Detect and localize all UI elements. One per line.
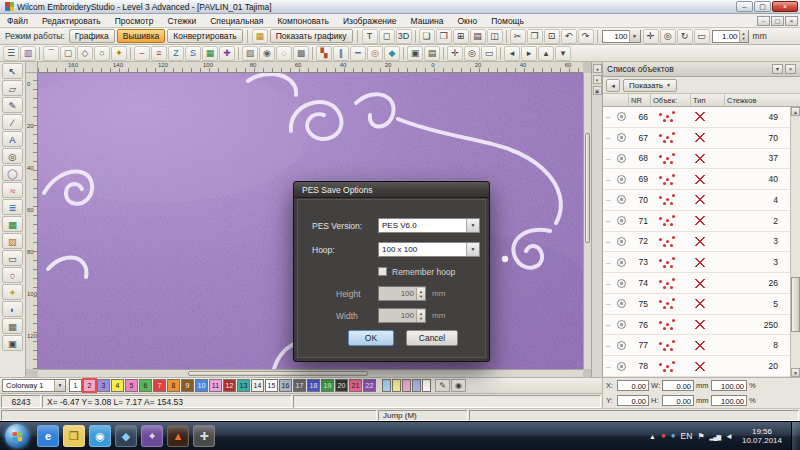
- object-row[interactable]: –6649: [603, 107, 790, 128]
- x-value-field[interactable]: 0.00: [617, 380, 649, 391]
- color-swatch-17[interactable]: 17: [293, 379, 306, 392]
- hidden-icons-arrow[interactable]: ▲: [649, 433, 656, 440]
- dialog-title-bar[interactable]: PES Save Options: [294, 182, 489, 198]
- print-preview-icon[interactable]: ◫: [487, 29, 503, 44]
- scale-w-field[interactable]: 100.00: [711, 380, 747, 391]
- color-swatch-7[interactable]: 7: [153, 379, 166, 392]
- color-swatch-10[interactable]: 10: [195, 379, 208, 392]
- motif-fill-tool-icon[interactable]: ▨: [2, 233, 23, 249]
- scrollbar-thumb[interactable]: [585, 133, 590, 243]
- horizontal-scrollbar[interactable]: [38, 369, 583, 377]
- run-stitch-icon[interactable]: –: [134, 46, 150, 61]
- volume-icon[interactable]: ◄: [725, 432, 733, 441]
- action-center-icon[interactable]: ⚑: [697, 432, 704, 441]
- applique-icon[interactable]: ▚: [316, 46, 332, 61]
- menu-Окно[interactable]: Окно: [450, 15, 484, 27]
- fusion-fill-icon[interactable]: ▧: [242, 46, 258, 61]
- menu-Редактировать[interactable]: Редактировать: [35, 15, 108, 27]
- program-split-icon[interactable]: ▩: [293, 46, 309, 61]
- circle-tool-icon[interactable]: ○: [2, 267, 23, 283]
- hoop-select[interactable]: 100 x 100 ▼: [378, 242, 480, 257]
- show-filter-button[interactable]: Показать ▼: [623, 79, 677, 92]
- grid-tool-icon[interactable]: ▦: [2, 318, 23, 334]
- column-header-stitches[interactable]: Стежков: [725, 94, 800, 106]
- menu-Изображение[interactable]: Изображение: [336, 15, 404, 27]
- undo-icon[interactable]: ↶: [561, 29, 577, 44]
- menu-Файл[interactable]: Файл: [0, 15, 35, 27]
- visibility-toggle-icon[interactable]: [613, 299, 629, 308]
- grid-icon[interactable]: ▦: [252, 29, 268, 44]
- visibility-toggle-icon[interactable]: [613, 175, 629, 184]
- edit-colors-button[interactable]: ✎: [435, 379, 450, 392]
- visibility-toggle-icon[interactable]: [613, 216, 629, 225]
- media-player-icon[interactable]: ◉: [89, 425, 111, 447]
- redraw-icon[interactable]: ↻: [677, 29, 693, 44]
- thread-colors-icon[interactable]: ▥: [20, 46, 36, 61]
- purple-app-icon[interactable]: ✦: [141, 425, 163, 447]
- color-swatch-22[interactable]: 22: [363, 379, 376, 392]
- menu-Машина[interactable]: Машина: [404, 15, 451, 27]
- color-swatch-21[interactable]: 21: [349, 379, 362, 392]
- vertical-scrollbar[interactable]: [583, 73, 591, 369]
- spiral-fill-icon[interactable]: ◌: [276, 46, 292, 61]
- selection-node[interactable]: [502, 256, 508, 262]
- visibility-toggle-icon[interactable]: [613, 195, 629, 204]
- y-value-field[interactable]: 0.00: [617, 395, 649, 406]
- color-swatch-extra-5[interactable]: [422, 379, 431, 392]
- object-row[interactable]: –6770: [603, 128, 790, 149]
- color-swatch-13[interactable]: 13: [237, 379, 250, 392]
- zigzag-stitch-icon[interactable]: Z: [168, 46, 184, 61]
- network-icon[interactable]: ▂▄▆: [710, 433, 720, 440]
- object-row[interactable]: –778: [603, 335, 790, 356]
- motif-run-icon[interactable]: ✚: [219, 46, 235, 61]
- circle-object-icon[interactable]: ○: [94, 46, 110, 61]
- new-design-icon[interactable]: ❏: [419, 29, 435, 44]
- tray-icon-red[interactable]: ●: [661, 432, 666, 440]
- pes-version-select[interactable]: PES V6.0 ▼: [378, 218, 480, 233]
- h-value-field[interactable]: 0.00: [662, 395, 694, 406]
- color-swatch-1[interactable]: 1: [69, 379, 82, 392]
- zoom-fit-icon[interactable]: ▭: [694, 29, 710, 44]
- panel-menu-icon[interactable]: ▾: [772, 64, 783, 74]
- visibility-toggle-icon[interactable]: [613, 237, 629, 246]
- colorway-select[interactable]: Colorway 1 ▼: [2, 379, 66, 392]
- color-swatch-2[interactable]: 2: [83, 379, 96, 392]
- visibility-toggle-icon[interactable]: [613, 112, 629, 121]
- minimize-button[interactable]: –: [736, 1, 753, 12]
- select-tool-icon[interactable]: ↖: [2, 63, 23, 79]
- language-indicator[interactable]: EN: [681, 431, 693, 441]
- object-row[interactable]: –6837: [603, 149, 790, 170]
- visibility-toggle-icon[interactable]: [613, 133, 629, 142]
- triple-run-icon[interactable]: ≡: [151, 46, 167, 61]
- mdi-restore-button[interactable]: ▢: [771, 16, 784, 26]
- visibility-toggle-icon[interactable]: [613, 258, 629, 267]
- color-swatch-extra-3[interactable]: [402, 379, 411, 392]
- utility-app-icon[interactable]: ✚: [193, 425, 215, 447]
- next-object-icon[interactable]: ▸: [521, 46, 537, 61]
- color-wheel-button[interactable]: ◉: [451, 379, 466, 392]
- object-row[interactable]: –712: [603, 211, 790, 232]
- 3d-effects-icon[interactable]: 3D: [396, 29, 412, 44]
- reshape-tool-icon[interactable]: ✎: [2, 97, 23, 113]
- color-blending-icon[interactable]: ▤: [424, 46, 440, 61]
- visibility-toggle-icon[interactable]: [613, 279, 629, 288]
- lettering-icon[interactable]: T: [362, 29, 378, 44]
- visibility-toggle-icon[interactable]: [613, 362, 629, 371]
- overview-tool-icon[interactable]: ▣: [2, 335, 23, 351]
- shapes-icon[interactable]: ◻: [379, 29, 395, 44]
- pan-icon[interactable]: ✛: [643, 29, 659, 44]
- menu-Стежки[interactable]: Стежки: [160, 15, 203, 27]
- design-properties-icon[interactable]: ☰: [3, 46, 19, 61]
- fit-window-icon[interactable]: ▭: [481, 46, 497, 61]
- block-object-icon[interactable]: ◇: [77, 46, 93, 61]
- cut-icon[interactable]: ✂: [510, 29, 526, 44]
- zoom-tool-icon[interactable]: ◎: [2, 148, 23, 164]
- color-swatch-extra-1[interactable]: [382, 379, 391, 392]
- outline-tool-icon[interactable]: ▭: [2, 250, 23, 266]
- color-swatch-16[interactable]: 16: [279, 379, 292, 392]
- contour-fill-icon[interactable]: ◉: [259, 46, 275, 61]
- maximize-button[interactable]: ▢: [754, 1, 771, 12]
- visibility-toggle-icon[interactable]: [613, 320, 629, 329]
- lettering-tool-icon[interactable]: A: [2, 131, 23, 147]
- menu-Специальная[interactable]: Специальная: [203, 15, 270, 27]
